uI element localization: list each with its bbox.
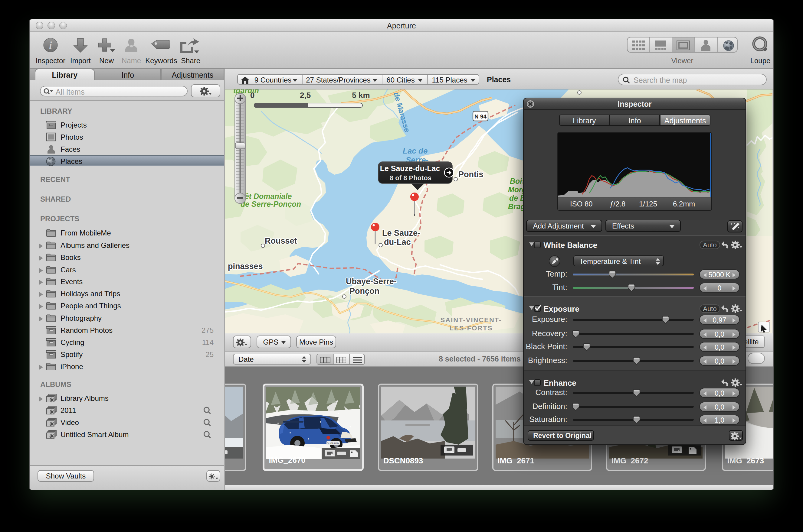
svg-text:Le Sauze-: Le Sauze-: [382, 229, 420, 238]
svg-text:i: i: [49, 40, 52, 51]
svg-text:Brag: Brag: [508, 202, 525, 211]
svg-text:Ponçon: Ponçon: [349, 287, 379, 296]
svg-text:N 94: N 94: [474, 113, 487, 120]
svg-text:Le Sauze-du-Lac: Le Sauze-du-Lac: [380, 164, 440, 173]
svg-text:LES-FORTS: LES-FORTS: [450, 324, 493, 332]
svg-text:de Serre-Ponçon: de Serre-Ponçon: [240, 200, 301, 208]
svg-text:Lac de: Lac de: [403, 146, 427, 155]
svg-text:du-Lac: du-Lac: [384, 238, 411, 247]
svg-text:Rousset: Rousset: [265, 236, 297, 245]
svg-text:SAINT-VINCENT-: SAINT-VINCENT-: [440, 316, 502, 324]
svg-text:8 of 8 Photos: 8 of 8 Photos: [390, 174, 432, 182]
svg-text:Pontis: Pontis: [458, 170, 483, 179]
svg-text:2,5: 2,5: [300, 91, 311, 100]
svg-text:rêt Domaniale: rêt Domaniale: [242, 192, 292, 201]
svg-text:Ubaye-Serre-: Ubaye-Serre-: [346, 277, 397, 286]
svg-text:5 km: 5 km: [352, 91, 370, 100]
svg-text:tgardin: tgardin: [233, 90, 259, 95]
svg-text:0: 0: [250, 91, 254, 100]
svg-text:pinasses: pinasses: [228, 262, 263, 271]
svg-text:GU09 HNK: GU09 HNK: [327, 442, 340, 445]
